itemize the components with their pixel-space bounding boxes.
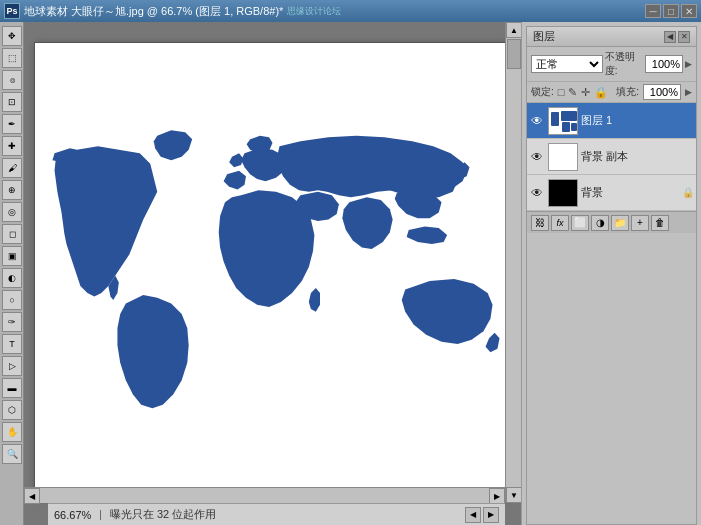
status-bar: 66.67% | 曝光只在 32 位起作用 ◀ ▶ — [48, 503, 505, 525]
layer-item[interactable]: 👁 图层 1 — [527, 103, 696, 139]
tool-pen[interactable]: ✑ — [2, 312, 22, 332]
tool-dodge[interactable]: ○ — [2, 290, 22, 310]
tool-lasso[interactable]: ⌾ — [2, 70, 22, 90]
layer-visibility-toggle[interactable]: 👁 — [529, 185, 545, 201]
layers-panel-title: 图层 — [533, 29, 555, 44]
layer-delete-button[interactable]: 🗑 — [651, 215, 669, 231]
fill-label: 填充: — [616, 85, 639, 99]
svg-rect-2 — [551, 112, 559, 126]
layer-fx-button[interactable]: fx — [551, 215, 569, 231]
canvas-container — [34, 42, 511, 495]
lock-pixels-button[interactable]: ✎ — [568, 86, 577, 99]
lock-position-button[interactable]: ✛ — [581, 86, 590, 99]
lock-transparent-button[interactable]: □ — [558, 86, 565, 98]
horizontal-scrollbar[interactable]: ◀ ▶ — [24, 487, 505, 503]
panel-close-button[interactable]: ✕ — [678, 31, 690, 43]
layer-visibility-toggle[interactable]: 👁 — [529, 149, 545, 165]
blend-mode-row: 正常 不透明度: ▶ — [527, 47, 696, 82]
scroll-right-button[interactable]: ▶ — [489, 488, 505, 504]
title-bar: Ps 地球素材 大眼仔～旭.jpg @ 66.7% (图层 1, RGB/8#)… — [0, 0, 701, 22]
svg-rect-4 — [562, 122, 570, 132]
vertical-scrollbar[interactable]: ▲ ▼ — [505, 22, 521, 503]
window-title: 地球素材 大眼仔～旭.jpg @ 66.7% (图层 1, RGB/8#)* — [24, 4, 283, 19]
nav-right-button[interactable]: ▶ — [483, 507, 499, 523]
scroll-up-button[interactable]: ▲ — [506, 22, 521, 38]
layer-mask-button[interactable]: ⬜ — [571, 215, 589, 231]
tool-move[interactable]: ✥ — [2, 26, 22, 46]
nav-left-button[interactable]: ◀ — [465, 507, 481, 523]
blend-mode-select[interactable]: 正常 — [531, 55, 603, 73]
layer-thumbnail — [548, 179, 578, 207]
layer-lock-icon: 🔒 — [682, 187, 694, 198]
panels-area: 图层 ◀ ✕ 正常 不透明度: ▶ 锁定: □ ✎ ✛ — [521, 22, 701, 525]
tool-shape[interactable]: ▬ — [2, 378, 22, 398]
tool-zoom[interactable]: 🔍 — [2, 444, 22, 464]
scroll-track — [506, 38, 521, 487]
ps-icon: Ps — [4, 3, 20, 19]
tool-3d[interactable]: ⬡ — [2, 400, 22, 420]
layer-name: 背景 副本 — [581, 149, 694, 164]
layer-name: 背景 — [581, 185, 679, 200]
canvas-area: ▲ ▼ ◀ ▶ 66.67% | 曝光只在 32 位起作用 ◀ ▶ — [24, 22, 521, 525]
layer-new-button[interactable]: + — [631, 215, 649, 231]
scroll-thumb[interactable] — [507, 39, 521, 69]
layer-thumbnail — [548, 107, 578, 135]
tool-eraser[interactable]: ◻ — [2, 224, 22, 244]
layer-group-button[interactable]: 📁 — [611, 215, 629, 231]
scroll-left-button[interactable]: ◀ — [24, 488, 40, 504]
tool-hand[interactable]: ✋ — [2, 422, 22, 442]
tool-crop[interactable]: ⊡ — [2, 92, 22, 112]
lock-row: 锁定: □ ✎ ✛ 🔒 填充: ▶ — [527, 82, 696, 103]
tool-blur[interactable]: ◐ — [2, 268, 22, 288]
tool-path[interactable]: ▷ — [2, 356, 22, 376]
layer-visibility-toggle[interactable]: 👁 — [529, 113, 545, 129]
left-toolbar: ✥ ⬚ ⌾ ⊡ ✒ ✚ 🖌 ⊕ ◎ ◻ ▣ ◐ ○ ✑ T ▷ ▬ ⬡ ✋ 🔍 — [0, 22, 24, 525]
zoom-level: 66.67% — [54, 509, 91, 521]
title-controls[interactable]: ─ □ ✕ — [645, 4, 697, 18]
layer-thumbnail — [548, 143, 578, 171]
fill-arrow[interactable]: ▶ — [685, 87, 692, 97]
panel-collapse-button[interactable]: ◀ — [664, 31, 676, 43]
tool-history[interactable]: ◎ — [2, 202, 22, 222]
layer-name: 图层 1 — [581, 113, 694, 128]
fill-input[interactable] — [643, 84, 681, 100]
main-layout: ✥ ⬚ ⌾ ⊡ ✒ ✚ 🖌 ⊕ ◎ ◻ ▣ ◐ ○ ✑ T ▷ ▬ ⬡ ✋ 🔍 — [0, 22, 701, 525]
opacity-label: 不透明度: — [605, 50, 643, 78]
title-left: Ps 地球素材 大眼仔～旭.jpg @ 66.7% (图层 1, RGB/8#)… — [4, 3, 341, 19]
layer-toolbar: ⛓ fx ⬜ ◑ 📁 + 🗑 — [527, 211, 696, 233]
scroll-down-button[interactable]: ▼ — [506, 487, 521, 503]
status-message: 曝光只在 32 位起作用 — [110, 507, 216, 522]
tool-gradient[interactable]: ▣ — [2, 246, 22, 266]
layers-panel: 图层 ◀ ✕ 正常 不透明度: ▶ 锁定: □ ✎ ✛ — [526, 26, 697, 525]
minimize-button[interactable]: ─ — [645, 4, 661, 18]
opacity-arrow[interactable]: ▶ — [685, 59, 692, 69]
tool-heal[interactable]: ✚ — [2, 136, 22, 156]
world-map-svg — [35, 43, 510, 494]
layer-adjustment-button[interactable]: ◑ — [591, 215, 609, 231]
nav-arrows[interactable]: ◀ ▶ — [465, 507, 499, 523]
tool-eyedropper[interactable]: ✒ — [2, 114, 22, 134]
layer-list: 👁 图层 1 👁 — [527, 103, 696, 211]
maximize-button[interactable]: □ — [663, 4, 679, 18]
layer-item[interactable]: 👁 背景 副本 — [527, 139, 696, 175]
layer-link-button[interactable]: ⛓ — [531, 215, 549, 231]
layer-item[interactable]: 👁 背景 🔒 — [527, 175, 696, 211]
watermark: 思缘设计论坛 — [287, 5, 341, 18]
tool-brush[interactable]: 🖌 — [2, 158, 22, 178]
lock-all-button[interactable]: 🔒 — [594, 86, 608, 99]
svg-rect-3 — [561, 111, 577, 121]
tool-text[interactable]: T — [2, 334, 22, 354]
opacity-input[interactable] — [645, 55, 683, 73]
panel-controls[interactable]: ◀ ✕ — [664, 31, 690, 43]
tool-clone[interactable]: ⊕ — [2, 180, 22, 200]
divider: | — [99, 509, 102, 520]
lock-label: 锁定: — [531, 85, 554, 99]
h-scroll-track — [40, 488, 489, 503]
close-button[interactable]: ✕ — [681, 4, 697, 18]
svg-rect-5 — [571, 123, 577, 131]
tool-select[interactable]: ⬚ — [2, 48, 22, 68]
layers-panel-header: 图层 ◀ ✕ — [527, 27, 696, 47]
